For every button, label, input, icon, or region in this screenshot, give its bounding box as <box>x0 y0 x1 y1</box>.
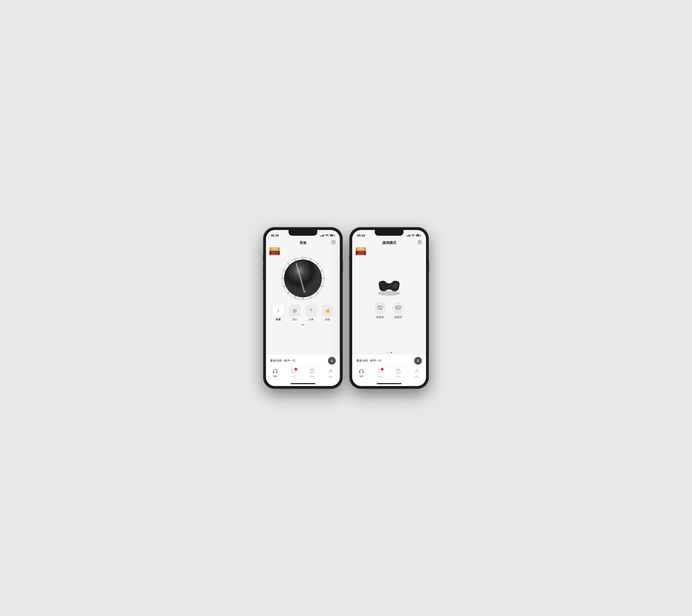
nav-bar-1: 音效 <box>266 239 340 246</box>
phone-1: 08:28 4G 音效 <box>264 228 342 388</box>
tab-community-1[interactable]: 社区 <box>284 368 303 378</box>
dots-1 <box>266 323 340 327</box>
mode-btn-icon-classic: ♪ <box>272 305 284 317</box>
tab-label-community-1: 社区 <box>291 375 296 378</box>
status-time-1: 08:28 <box>271 234 279 237</box>
mode-label-rock: 摇滚 <box>325 318 330 321</box>
pause-button-1[interactable]: ⏸ <box>328 357 336 365</box>
game-on-btn[interactable]: 游戏开 <box>392 302 404 319</box>
tab-label-shop-1: 商城 <box>310 375 314 378</box>
status-time-2: 08:28 <box>357 234 365 237</box>
tab-label-headphone-2: 耳机 <box>359 375 364 378</box>
pause-button-2[interactable]: ⏸ <box>414 357 422 365</box>
svg-point-94 <box>383 285 385 288</box>
tab-mine-2[interactable]: 我的 <box>408 368 426 378</box>
dot-2-1 <box>386 352 387 353</box>
notch-1 <box>288 230 317 236</box>
home-indicator-1 <box>266 381 340 386</box>
signal-bars-1 <box>320 234 324 236</box>
tab-headphone-2[interactable]: 耳机 <box>352 368 371 378</box>
svg-point-112 <box>381 368 383 370</box>
svg-point-1 <box>284 259 322 297</box>
community-icon-1 <box>291 368 296 375</box>
battery-icon-2 <box>416 234 421 236</box>
signal-bar-2-1 <box>407 236 407 236</box>
signal-type-1: 4G <box>325 234 328 237</box>
main-content-1: Hi·Res AUDIO AUDIO WIRELESS // Will <box>266 246 340 355</box>
game-off-label: 游戏关 <box>376 315 384 319</box>
tab-shop-1[interactable]: 商城 <box>303 368 321 378</box>
controller-icon <box>375 277 404 296</box>
mine-icon-2 <box>414 368 419 375</box>
mode-label-classical: 古典 <box>309 318 313 321</box>
tab-headphone-1[interactable]: 耳机 <box>266 368 284 378</box>
signal-bar-1 <box>320 236 321 236</box>
svg-point-98 <box>388 285 390 287</box>
main-content-2: Hi·Res AUDIO AUDIO WIRELESS <box>352 246 426 355</box>
mode-btn-rock[interactable]: 🤘 摇滚 <box>320 305 335 321</box>
mine-icon-1 <box>328 368 333 375</box>
game-off-btn[interactable]: 游戏关 <box>374 302 386 319</box>
svg-rect-87 <box>277 371 277 373</box>
page-title-1: 音效 <box>300 240 307 245</box>
notch-2 <box>375 230 404 236</box>
mode-btn-classical[interactable]: 𝄢 古典 <box>304 305 319 321</box>
phone-screen-2: 08:28 4G 游戏模式 <box>352 230 426 386</box>
game-on-icon <box>392 302 404 314</box>
tab-label-community-2: 社区 <box>378 375 382 378</box>
shop-icon-1 <box>310 368 315 375</box>
svg-point-102 <box>396 285 398 286</box>
tab-label-mine-1: 我的 <box>328 375 333 378</box>
headphone-icon-1 <box>273 368 278 374</box>
signal-bar-2-4 <box>410 234 410 236</box>
mode-btn-pop[interactable]: ◎ 流行 <box>287 305 302 321</box>
svg-point-4 <box>303 290 306 292</box>
svg-rect-110 <box>359 371 360 373</box>
svg-point-114 <box>416 369 418 371</box>
tab-bar-2: 耳机 社区 <box>352 367 426 381</box>
game-off-icon <box>374 302 386 314</box>
game-area-2: 游戏关 游戏开 <box>352 246 426 351</box>
svg-point-90 <box>330 369 331 371</box>
community-icon-2 <box>377 368 382 375</box>
tab-community-2[interactable]: 社区 <box>371 368 389 378</box>
tab-shop-2[interactable]: 商城 <box>389 368 408 378</box>
tab-label-mine-2: 我的 <box>415 375 419 378</box>
settings-icon-2[interactable] <box>417 240 422 246</box>
game-mode-buttons: 游戏关 游戏开 <box>374 302 404 319</box>
status-icons-1: 4G <box>320 234 335 237</box>
mode-btn-classic[interactable]: ♪ 经典 <box>271 305 286 321</box>
svg-point-101 <box>395 284 396 285</box>
vinyl-container-1: // Will be rendered via JS below <box>280 256 325 301</box>
page-title-2: 游戏模式 <box>382 240 396 245</box>
battery-fill-1 <box>330 235 333 236</box>
mode-btn-icon-pop: ◎ <box>289 305 301 317</box>
svg-point-108 <box>399 307 399 308</box>
signal-type-2: 4G <box>411 234 415 237</box>
battery-tip-1 <box>334 235 335 236</box>
now-playing-1: 夏夜虫鸣 - 蛙声一片 ⏸ <box>266 355 340 367</box>
tab-mine-1[interactable]: 我的 <box>321 368 340 378</box>
svg-rect-86 <box>273 371 274 373</box>
tab-bar-1: 耳机 社区 <box>266 367 340 381</box>
svg-rect-100 <box>380 288 383 289</box>
svg-point-96 <box>392 286 394 289</box>
settings-icon-1[interactable] <box>331 240 336 246</box>
dot-2-3 <box>391 352 392 353</box>
svg-point-88 <box>295 368 297 370</box>
svg-point-104 <box>393 285 394 286</box>
nav-bar-2: 游戏模式 <box>352 239 426 246</box>
community-badge-2 <box>381 368 384 370</box>
dots-2 <box>352 351 426 355</box>
community-badge-1 <box>295 368 297 370</box>
battery-body-2 <box>416 234 420 236</box>
battery-icon-1 <box>330 234 335 236</box>
game-on-label: 游戏开 <box>394 315 402 319</box>
svg-rect-111 <box>363 371 364 373</box>
phone-screen-1: 08:28 4G 音效 <box>266 230 340 386</box>
svg-point-92 <box>378 291 401 296</box>
tab-label-headphone-1: 耳机 <box>273 375 277 378</box>
phone-2: 08:28 4G 游戏模式 <box>350 228 428 388</box>
signal-bar-2-2 <box>408 235 408 236</box>
signal-bar-4 <box>323 234 324 236</box>
